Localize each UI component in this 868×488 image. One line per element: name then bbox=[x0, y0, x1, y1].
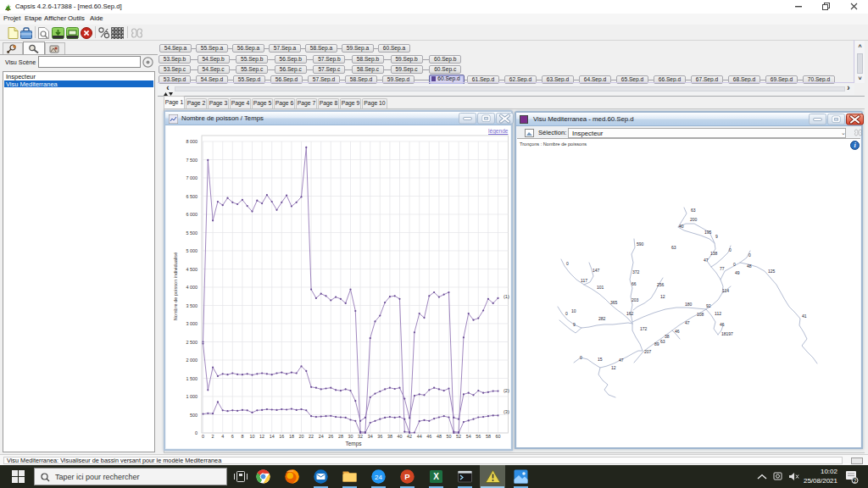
svg-text:41: 41 bbox=[802, 313, 807, 319]
svg-text:10: 10 bbox=[571, 308, 576, 313]
svg-text:500: 500 bbox=[190, 413, 198, 418]
svg-text:9: 9 bbox=[573, 322, 576, 327]
svg-text:(3): (3) bbox=[504, 409, 509, 414]
svg-text:12: 12 bbox=[611, 365, 616, 370]
svg-text:3 000: 3 000 bbox=[186, 321, 198, 326]
svg-text:372: 372 bbox=[632, 269, 640, 274]
svg-text:15: 15 bbox=[598, 357, 603, 362]
svg-text:38: 38 bbox=[387, 434, 392, 439]
svg-text:1 000: 1 000 bbox=[186, 394, 198, 399]
svg-text:256: 256 bbox=[657, 282, 665, 287]
svg-text:6: 6 bbox=[231, 434, 234, 439]
svg-text:180: 180 bbox=[685, 302, 693, 307]
svg-text:4: 4 bbox=[221, 434, 224, 439]
svg-text:16: 16 bbox=[279, 434, 284, 439]
svg-text:162: 162 bbox=[626, 311, 634, 316]
svg-text:52: 52 bbox=[456, 434, 461, 439]
svg-text:28: 28 bbox=[338, 434, 343, 439]
svg-text:0: 0 bbox=[733, 262, 736, 267]
svg-text:8 000: 8 000 bbox=[186, 139, 198, 144]
svg-text:112: 112 bbox=[715, 311, 721, 316]
svg-text:66: 66 bbox=[632, 281, 637, 286]
svg-text:200: 200 bbox=[690, 217, 698, 222]
svg-text:7 500: 7 500 bbox=[186, 158, 198, 163]
svg-text:46: 46 bbox=[426, 434, 431, 439]
svg-text:38: 38 bbox=[665, 334, 670, 339]
svg-text:(2): (2) bbox=[504, 388, 509, 393]
svg-text:32: 32 bbox=[358, 434, 363, 439]
svg-text:63: 63 bbox=[691, 208, 696, 213]
svg-text:46: 46 bbox=[720, 322, 725, 327]
svg-text:3 500: 3 500 bbox=[186, 303, 198, 308]
svg-text:49: 49 bbox=[735, 270, 740, 275]
svg-text:0: 0 bbox=[202, 434, 204, 439]
svg-text:42: 42 bbox=[407, 434, 412, 439]
svg-text:203: 203 bbox=[632, 297, 639, 302]
svg-text:5 000: 5 000 bbox=[186, 248, 198, 253]
svg-text:24: 24 bbox=[319, 434, 324, 439]
svg-text:195: 195 bbox=[704, 230, 712, 235]
svg-text:X: X bbox=[433, 472, 439, 481]
svg-text:138: 138 bbox=[710, 251, 718, 256]
svg-text:18: 18 bbox=[289, 434, 294, 439]
svg-text:0: 0 bbox=[566, 261, 569, 266]
svg-text:365: 365 bbox=[610, 300, 618, 305]
svg-text:590: 590 bbox=[637, 241, 644, 247]
svg-text:47: 47 bbox=[704, 258, 709, 263]
svg-text:2 000: 2 000 bbox=[186, 358, 198, 363]
svg-text:282: 282 bbox=[598, 316, 606, 321]
svg-text:18197: 18197 bbox=[721, 331, 733, 336]
svg-text:4 500: 4 500 bbox=[186, 267, 198, 272]
svg-text:54: 54 bbox=[466, 434, 471, 439]
svg-text:77: 77 bbox=[720, 266, 725, 271]
svg-text:20: 20 bbox=[299, 434, 304, 439]
svg-text:47: 47 bbox=[685, 320, 690, 325]
svg-text:0: 0 bbox=[195, 430, 198, 435]
svg-text:6 500: 6 500 bbox=[186, 194, 198, 199]
svg-text:114: 114 bbox=[722, 288, 729, 293]
svg-text:12: 12 bbox=[259, 434, 264, 439]
svg-text:2 500: 2 500 bbox=[186, 340, 198, 345]
svg-text:34: 34 bbox=[368, 434, 373, 439]
svg-text:2: 2 bbox=[212, 434, 214, 439]
svg-text:63: 63 bbox=[671, 245, 676, 250]
svg-text:56: 56 bbox=[476, 434, 481, 439]
svg-text:47: 47 bbox=[619, 358, 624, 363]
svg-text:Nombre de poisson individualis: Nombre de poisson individualisé bbox=[173, 252, 178, 321]
svg-text:58: 58 bbox=[486, 434, 491, 439]
svg-text:40: 40 bbox=[398, 434, 403, 439]
svg-text:Temps: Temps bbox=[345, 441, 362, 447]
svg-text:0: 0 bbox=[729, 247, 732, 252]
svg-text:48: 48 bbox=[437, 434, 442, 439]
svg-text:14: 14 bbox=[270, 434, 275, 439]
svg-text:44: 44 bbox=[417, 434, 422, 439]
svg-text:0: 0 bbox=[748, 252, 751, 258]
svg-text:4 000: 4 000 bbox=[186, 285, 198, 290]
svg-text:147: 147 bbox=[593, 268, 600, 273]
svg-text:172: 172 bbox=[640, 326, 648, 331]
svg-text:9: 9 bbox=[715, 234, 718, 239]
svg-text:60: 60 bbox=[496, 434, 501, 439]
svg-text:5 500: 5 500 bbox=[186, 230, 198, 236]
svg-text:89: 89 bbox=[654, 341, 659, 347]
svg-text:8: 8 bbox=[241, 434, 243, 439]
svg-text:2: 2 bbox=[854, 478, 857, 484]
svg-text:0: 0 bbox=[565, 311, 568, 316]
svg-text:26: 26 bbox=[328, 434, 333, 439]
svg-text:63: 63 bbox=[660, 339, 665, 344]
svg-text:48: 48 bbox=[747, 263, 752, 269]
svg-text:101: 101 bbox=[597, 285, 604, 290]
svg-text:7 000: 7 000 bbox=[186, 175, 198, 180]
svg-text:207: 207 bbox=[644, 349, 652, 354]
svg-text:125: 125 bbox=[768, 269, 776, 274]
svg-text:(1): (1) bbox=[504, 294, 509, 299]
svg-text:36: 36 bbox=[377, 434, 382, 439]
svg-text:P: P bbox=[404, 472, 410, 481]
svg-text:30: 30 bbox=[348, 434, 353, 439]
svg-text:117: 117 bbox=[581, 278, 587, 283]
svg-text:46: 46 bbox=[675, 329, 680, 334]
svg-text:40: 40 bbox=[679, 224, 684, 229]
svg-text:22: 22 bbox=[309, 434, 314, 439]
svg-text:108: 108 bbox=[697, 312, 704, 317]
svg-text:12: 12 bbox=[660, 294, 665, 299]
